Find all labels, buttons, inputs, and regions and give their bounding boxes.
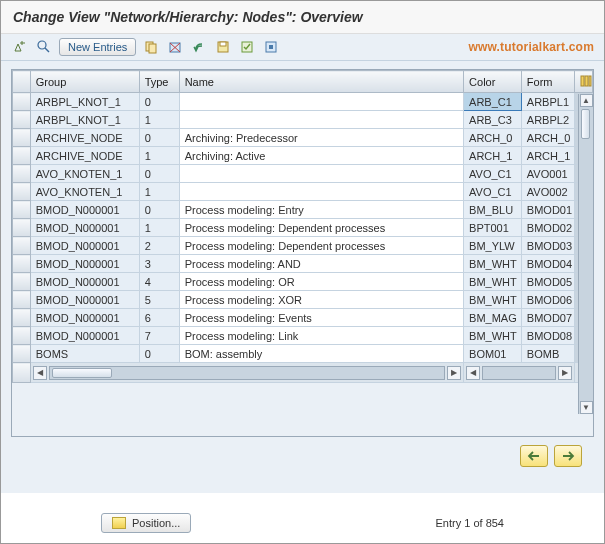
cell-form[interactable]: ARCH_1 (521, 147, 574, 165)
delete-icon[interactable] (166, 38, 184, 56)
cell-group[interactable]: BMOD_N000001 (30, 219, 139, 237)
row-selector[interactable] (13, 165, 31, 183)
col-form[interactable]: Form (521, 71, 574, 93)
cell-type[interactable]: 2 (139, 237, 179, 255)
vscroll-down-icon[interactable]: ▼ (580, 401, 593, 414)
cell-color[interactable]: BPT001 (464, 219, 522, 237)
cell-group[interactable]: BMOD_N000001 (30, 291, 139, 309)
cell-form[interactable]: BMOD05 (521, 273, 574, 291)
next-page-button[interactable] (554, 445, 582, 467)
cell-color[interactable]: BOM01 (464, 345, 522, 363)
row-selector[interactable] (13, 237, 31, 255)
cell-group[interactable]: ARBPL_KNOT_1 (30, 93, 139, 111)
new-entries-button[interactable]: New Entries (59, 38, 136, 56)
table-row[interactable]: ARBPL_KNOT_11ARB_C3ARBPL2 (13, 111, 593, 129)
cell-type[interactable]: 0 (139, 165, 179, 183)
cell-group[interactable]: ARCHIVE_NODE (30, 129, 139, 147)
cell-form[interactable]: BMOD08 (521, 327, 574, 345)
row-selector[interactable] (13, 129, 31, 147)
cell-form[interactable]: AVO001 (521, 165, 574, 183)
table-row[interactable]: ARCHIVE_NODE1Archiving: ActiveARCH_1ARCH… (13, 147, 593, 165)
hscroll-right[interactable]: ◀ ▶ (464, 363, 574, 382)
table-row[interactable]: BMOD_N0000010Process modeling: EntryBM_B… (13, 201, 593, 219)
cell-color[interactable]: BM_YLW (464, 237, 522, 255)
cell-color[interactable]: ARB_C3 (464, 111, 522, 129)
table-row[interactable]: ARBPL_KNOT_10ARB_C1ARBPL1 (13, 93, 593, 111)
cell-name[interactable]: Process modeling: Dependent processes (179, 219, 463, 237)
table-row[interactable]: BOMS0BOM: assemblyBOM01BOMB (13, 345, 593, 363)
cell-name[interactable] (179, 165, 463, 183)
cell-group[interactable]: AVO_KNOTEN_1 (30, 183, 139, 201)
cell-color[interactable]: BM_WHT (464, 273, 522, 291)
row-selector[interactable] (13, 327, 31, 345)
table-row[interactable]: ARCHIVE_NODE0Archiving: PredecessorARCH_… (13, 129, 593, 147)
cell-group[interactable]: BMOD_N000001 (30, 273, 139, 291)
cell-form[interactable]: ARBPL1 (521, 93, 574, 111)
row-selector[interactable] (13, 255, 31, 273)
cell-type[interactable]: 1 (139, 183, 179, 201)
cell-group[interactable]: AVO_KNOTEN_1 (30, 165, 139, 183)
cell-form[interactable]: ARCH_0 (521, 129, 574, 147)
cell-type[interactable]: 1 (139, 219, 179, 237)
col-type[interactable]: Type (139, 71, 179, 93)
cell-color[interactable]: BM_MAG (464, 309, 522, 327)
cell-type[interactable]: 3 (139, 255, 179, 273)
row-selector[interactable] (13, 93, 31, 111)
hscroll-left[interactable]: ◀ ▶ (31, 363, 463, 382)
cell-type[interactable]: 0 (139, 201, 179, 219)
cell-color[interactable]: AVO_C1 (464, 165, 522, 183)
cell-group[interactable]: BMOD_N000001 (30, 237, 139, 255)
cell-name[interactable]: Process modeling: XOR (179, 291, 463, 309)
col-name[interactable]: Name (179, 71, 463, 93)
cell-form[interactable]: BMOD07 (521, 309, 574, 327)
table-row[interactable]: BMOD_N0000011Process modeling: Dependent… (13, 219, 593, 237)
hscroll2-left-btn[interactable]: ◀ (466, 366, 480, 380)
copy-icon[interactable] (142, 38, 160, 56)
col-selector[interactable] (13, 71, 31, 93)
cell-name[interactable]: Process modeling: Link (179, 327, 463, 345)
row-selector[interactable] (13, 345, 31, 363)
cell-name[interactable] (179, 183, 463, 201)
hscroll-track-left[interactable] (49, 366, 445, 380)
table-row[interactable]: BMOD_N0000015Process modeling: XORBM_WHT… (13, 291, 593, 309)
cell-type[interactable]: 4 (139, 273, 179, 291)
cell-type[interactable]: 0 (139, 93, 179, 111)
cell-form[interactable]: BMOD04 (521, 255, 574, 273)
row-selector[interactable] (13, 183, 31, 201)
row-selector[interactable] (13, 201, 31, 219)
cell-name[interactable]: Process modeling: Dependent processes (179, 237, 463, 255)
row-selector[interactable] (13, 219, 31, 237)
cell-name[interactable]: Process modeling: Events (179, 309, 463, 327)
cell-color[interactable]: AVO_C1 (464, 183, 522, 201)
cell-group[interactable]: BMOD_N000001 (30, 327, 139, 345)
cell-form[interactable]: BMOD03 (521, 237, 574, 255)
cell-name[interactable]: Archiving: Active (179, 147, 463, 165)
cell-type[interactable]: 0 (139, 345, 179, 363)
cell-color[interactable]: BM_WHT (464, 327, 522, 345)
table-row[interactable]: BMOD_N0000012Process modeling: Dependent… (13, 237, 593, 255)
row-selector[interactable] (13, 147, 31, 165)
cell-name[interactable]: BOM: assembly (179, 345, 463, 363)
cell-type[interactable]: 7 (139, 327, 179, 345)
deselect-all-icon[interactable] (262, 38, 280, 56)
table-row[interactable]: BMOD_N0000014Process modeling: ORBM_WHTB… (13, 273, 593, 291)
cell-color[interactable]: ARCH_1 (464, 147, 522, 165)
table-row[interactable]: AVO_KNOTEN_11AVO_C1AVO002 (13, 183, 593, 201)
row-selector[interactable] (13, 111, 31, 129)
cell-color[interactable]: BM_BLU (464, 201, 522, 219)
row-selector[interactable] (13, 291, 31, 309)
save-icon[interactable] (214, 38, 232, 56)
cell-group[interactable]: BMOD_N000001 (30, 255, 139, 273)
cell-name[interactable] (179, 111, 463, 129)
table-row[interactable]: BMOD_N0000016Process modeling: EventsBM_… (13, 309, 593, 327)
cell-group[interactable]: BOMS (30, 345, 139, 363)
cell-form[interactable]: BMOD01 (521, 201, 574, 219)
cell-color[interactable]: ARB_C1 (464, 93, 522, 111)
cell-type[interactable]: 5 (139, 291, 179, 309)
cell-name[interactable]: Process modeling: AND (179, 255, 463, 273)
hscroll2-right-btn[interactable]: ▶ (558, 366, 572, 380)
table-row[interactable]: AVO_KNOTEN_10AVO_C1AVO001 (13, 165, 593, 183)
table-row[interactable]: BMOD_N0000017Process modeling: LinkBM_WH… (13, 327, 593, 345)
undo-icon[interactable] (190, 38, 208, 56)
cell-group[interactable]: ARBPL_KNOT_1 (30, 111, 139, 129)
